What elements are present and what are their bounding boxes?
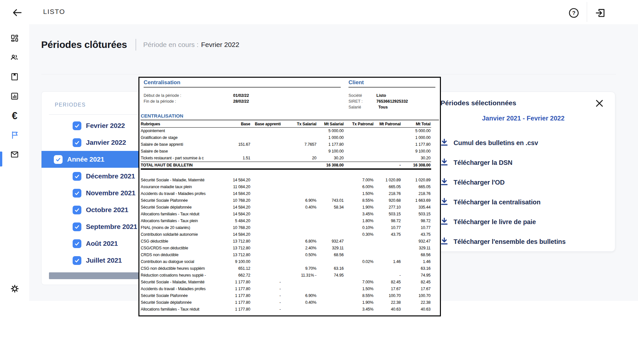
cell: 743.01 bbox=[316, 197, 344, 204]
cell bbox=[344, 272, 373, 279]
column-header: Mt Total bbox=[401, 121, 431, 127]
table-gap bbox=[141, 170, 431, 177]
column-header: Tx Patronal bbox=[344, 121, 373, 127]
cell: 11.31% - bbox=[281, 272, 316, 279]
cell: 1 020.89 bbox=[373, 177, 401, 184]
cell bbox=[344, 141, 373, 148]
download-link[interactable]: Télécharger la centralisation bbox=[440, 192, 608, 212]
download-link[interactable]: Télécharger la DSN bbox=[440, 153, 608, 173]
sidebar-item-billing[interactable]: € bbox=[0, 107, 29, 124]
period-label: Janvier 2022 bbox=[86, 139, 126, 146]
sidebar-item-messages[interactable] bbox=[0, 146, 29, 163]
cell bbox=[281, 177, 316, 184]
cell: 82.45 bbox=[373, 279, 401, 286]
download-link[interactable]: Télécharger le livre de paie bbox=[440, 212, 608, 232]
download-link[interactable]: Cumul des bulletins en .csv bbox=[440, 133, 608, 153]
close-button[interactable] bbox=[594, 97, 605, 109]
sidebar-item-dashboard[interactable] bbox=[0, 30, 29, 47]
download-icon bbox=[440, 237, 449, 247]
cell: 1 000.00 bbox=[316, 134, 344, 141]
period-checkbox[interactable] bbox=[54, 155, 63, 164]
period-checkbox[interactable] bbox=[73, 239, 81, 248]
cell: 932.47 bbox=[401, 238, 431, 245]
table-row: Accidents du travail - Maladies profes 1… bbox=[141, 286, 431, 292]
cell bbox=[373, 265, 401, 272]
header-separator bbox=[136, 39, 136, 51]
cell bbox=[250, 238, 281, 245]
gear-icon bbox=[10, 284, 19, 293]
title-underline bbox=[349, 87, 435, 88]
back-button[interactable] bbox=[12, 7, 23, 18]
cell bbox=[224, 162, 250, 168]
cell bbox=[250, 211, 281, 218]
cell bbox=[281, 258, 316, 265]
logout-button[interactable] bbox=[595, 7, 606, 19]
period-checkbox[interactable] bbox=[73, 121, 81, 130]
sidebar-item-periods[interactable] bbox=[0, 127, 29, 143]
sidebar-item-employees[interactable] bbox=[0, 49, 29, 66]
document-client-info: Société Listo SIRET : 76536612925332 Sal… bbox=[349, 93, 408, 110]
cell: Sécurité Sociale déplafonnée bbox=[141, 204, 224, 211]
section-underline bbox=[140, 119, 439, 120]
download-link[interactable]: Télécharger l'ensemble des bulletins bbox=[440, 232, 608, 252]
period-checkbox[interactable] bbox=[73, 138, 81, 147]
table-row: Sécurité Sociale déplafonnée 1 177.80 - … bbox=[141, 299, 431, 306]
cell: 0.40% bbox=[281, 299, 316, 306]
cell: 0.10% bbox=[344, 224, 373, 231]
column-header: Mt Salarial bbox=[316, 121, 344, 127]
cell bbox=[281, 211, 316, 218]
period-checkbox[interactable] bbox=[73, 172, 81, 181]
cell bbox=[316, 279, 344, 286]
bar-chart-icon bbox=[10, 92, 19, 101]
cell: 920.68 bbox=[373, 197, 401, 204]
period-checkbox[interactable] bbox=[73, 256, 81, 265]
mail-icon bbox=[10, 150, 19, 159]
period-label: Fevrier 2022 bbox=[86, 122, 125, 130]
cell: Contribution au dialogue social bbox=[141, 258, 224, 265]
download-link-label: Télécharger la centralisation bbox=[454, 199, 540, 206]
cell: 6.00% bbox=[344, 184, 373, 190]
cell bbox=[224, 134, 250, 141]
cell: 503.15 bbox=[373, 211, 401, 218]
cell: - bbox=[250, 292, 281, 299]
cell: 2.40% bbox=[281, 245, 316, 252]
cell bbox=[373, 252, 401, 258]
help-button[interactable]: ? bbox=[568, 7, 580, 19]
sidebar-item-settings[interactable] bbox=[0, 280, 29, 297]
sidebar-item-bookmarks[interactable] bbox=[0, 68, 29, 85]
table-row: Accidents du travail - Maladies profes 1… bbox=[141, 190, 431, 197]
cell: 1.46 bbox=[373, 258, 401, 265]
cell bbox=[281, 128, 316, 134]
cell: 932.47 bbox=[316, 238, 344, 245]
download-icon bbox=[440, 138, 449, 148]
cell bbox=[316, 286, 344, 292]
cell: Allocations familiales - Taux plein bbox=[141, 218, 224, 224]
period-checkbox[interactable] bbox=[73, 189, 81, 198]
download-link[interactable]: Télécharger l'OD bbox=[440, 173, 608, 192]
cell bbox=[250, 128, 281, 134]
cell: 1 177.80 bbox=[224, 279, 250, 286]
cell: 3.45% bbox=[344, 306, 373, 313]
sidebar-item-reports[interactable] bbox=[0, 88, 29, 105]
cell bbox=[250, 184, 281, 190]
cell: 0.02% bbox=[344, 258, 373, 265]
document-section-title: CENTRALISATION bbox=[141, 113, 183, 119]
cell bbox=[373, 238, 401, 245]
table-row: Contribution solidarité autonomie 14 584… bbox=[141, 231, 431, 238]
download-link-label: Cumul des bulletins en .csv bbox=[454, 139, 538, 147]
table-row: Allocations familiales - Taux réduit 14 … bbox=[141, 211, 431, 218]
cell: 14 584.20 bbox=[224, 211, 250, 218]
period-checkbox[interactable] bbox=[73, 222, 81, 231]
cell: CSG/CRDS non déductible bbox=[141, 245, 224, 252]
table-row: Salaire de base apprenti 151.67 7.7657 1… bbox=[141, 141, 431, 148]
title-underline bbox=[144, 87, 341, 88]
table-row: TOTAL HAUT DE BULLETIN 16 308.00 - 16 30… bbox=[141, 162, 431, 168]
cell: 1 177.80 bbox=[224, 292, 250, 299]
document-left-title: Centralisation bbox=[144, 79, 180, 86]
cell: 6.90% bbox=[281, 197, 316, 204]
centralisation-table: Rubriques Base Base apprenti Tx Salarial… bbox=[141, 121, 431, 313]
table-row: Salaire de base 9 100.00 9 100.00 bbox=[141, 148, 431, 155]
cell: 335.44 bbox=[401, 204, 431, 211]
period-checkbox[interactable] bbox=[73, 206, 81, 214]
cell bbox=[250, 148, 281, 155]
